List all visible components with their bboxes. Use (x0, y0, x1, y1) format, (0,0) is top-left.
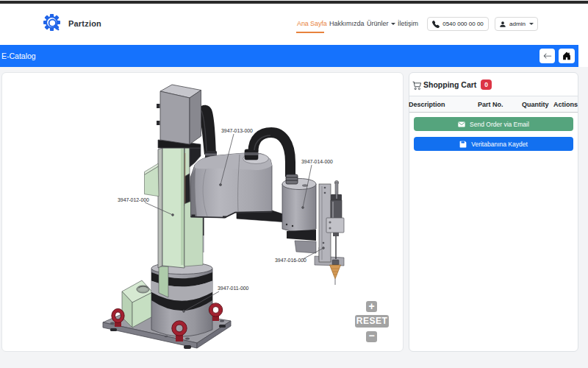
svg-text:3947-011-000: 3947-011-000 (218, 286, 249, 291)
svg-text:3947-014-000: 3947-014-000 (301, 159, 333, 164)
svg-text:3947-016-000: 3947-016-000 (275, 258, 306, 263)
svg-text:3947-012-000: 3947-012-000 (118, 197, 149, 202)
svg-text:3947-013-000: 3947-013-000 (221, 128, 253, 133)
